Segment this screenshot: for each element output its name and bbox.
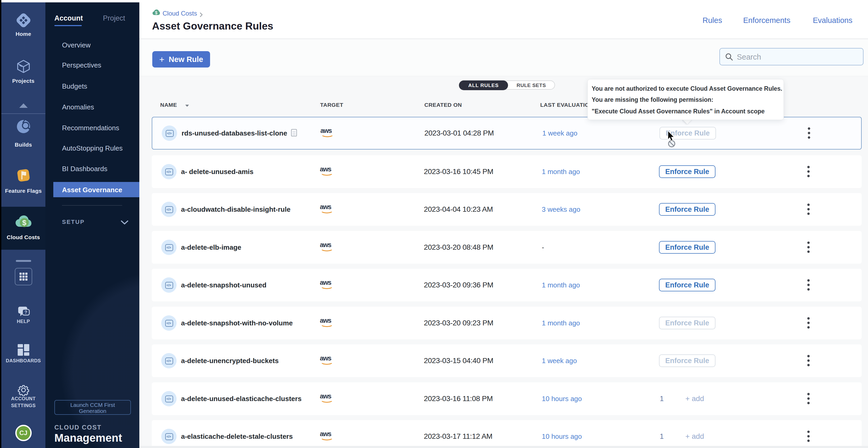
svg-text:$: $ bbox=[22, 218, 26, 227]
svg-text:$: $ bbox=[155, 10, 158, 15]
svg-text:?: ? bbox=[24, 310, 27, 315]
